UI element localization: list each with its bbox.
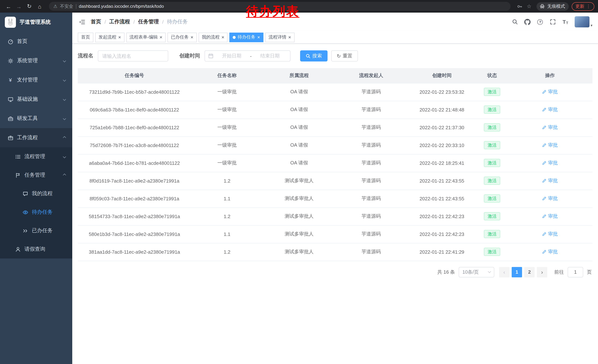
browser-forward-button[interactable]: →	[14, 1, 24, 11]
search-button[interactable]: 搜索	[300, 50, 328, 61]
sidebar-item-label: 已办任务	[32, 227, 53, 234]
sidebar-item-system[interactable]: 系统管理	[0, 51, 72, 70]
table-row[interactable]: 73211d9d-7b9b-11ec-b5b7-acde48001122 一级审…	[78, 83, 592, 101]
approve-link[interactable]: 审批	[542, 213, 558, 219]
cell-status: 激活	[477, 101, 507, 119]
date-range-picker[interactable]: 开始日期 - 结束日期	[205, 50, 291, 61]
reset-button-label: 重置	[343, 53, 352, 59]
table-row[interactable]: 8f0d1619-7ac8-11ec-a9e2-a2380e71991a 1.2…	[78, 172, 592, 190]
key-icon[interactable]	[515, 2, 524, 11]
tab-start-process[interactable]: 发起流程 ×	[95, 32, 124, 42]
browser-reload-button[interactable]: ↻	[25, 1, 34, 11]
edit-icon	[542, 107, 547, 112]
page-size-select[interactable]: 10条/页	[459, 267, 494, 277]
tab-todo-task[interactable]: 待办任务 ×	[230, 32, 263, 42]
tab-my-process[interactable]: 我的流程 ×	[199, 32, 228, 42]
sidebar-item-workflow[interactable]: 工作流程	[0, 128, 72, 147]
table-row[interactable]: 580e1b3d-7ac8-11ec-a9e2-a2380e71991a 1.1…	[78, 225, 592, 243]
sidebar-item-done-task[interactable]: 已办任务	[0, 221, 72, 240]
fullscreen-icon[interactable]	[547, 16, 558, 27]
reset-button[interactable]: ↻ 重置	[331, 50, 358, 61]
table-row[interactable]: 725a1eb6-7b88-11ec-8ef0-acde48001122 一级审…	[78, 119, 592, 136]
font-size-icon[interactable]: T T	[560, 16, 571, 27]
update-button[interactable]: 更新 ⋮	[572, 2, 594, 11]
logo-image	[5, 17, 16, 28]
tab-home[interactable]: 首页	[78, 32, 93, 42]
browser-home-button[interactable]: ⌂	[35, 1, 44, 11]
page-button-1[interactable]: 1	[512, 267, 522, 277]
approve-label: 审批	[548, 177, 558, 184]
cell-status: 激活	[477, 172, 507, 190]
cell-action: 审批	[507, 154, 592, 172]
double-chevron-icon	[22, 228, 28, 234]
process-name-input[interactable]	[98, 50, 168, 61]
sidebar-collapse-icon[interactable]	[75, 15, 89, 29]
table-row[interactable]: 58154733-7ac8-11ec-a9e2-a2380e71991a 1.2…	[78, 207, 592, 225]
page-button-2[interactable]: 2	[524, 267, 535, 277]
breadcrumb-separator: /	[105, 19, 106, 25]
bookmark-star-icon[interactable]: ☆	[525, 2, 533, 11]
close-icon[interactable]: ×	[159, 35, 162, 40]
goto-page-input[interactable]	[568, 267, 583, 277]
search-icon[interactable]	[509, 16, 521, 27]
cell-task-name: 一级审批	[191, 119, 263, 136]
cell-process: OA 请假	[263, 119, 335, 136]
github-icon[interactable]	[522, 16, 533, 27]
close-icon[interactable]: ×	[288, 35, 291, 40]
screen: ← → ↻ ⌂ ⚠ 不安全 dashboard.yudao.iocoder.cn…	[0, 0, 598, 364]
edit-icon	[542, 125, 547, 129]
close-icon[interactable]: ×	[118, 35, 121, 40]
tab-done-task[interactable]: 已办任务 ×	[167, 32, 197, 42]
approve-link[interactable]: 审批	[542, 177, 558, 184]
approve-link[interactable]: 审批	[542, 89, 558, 95]
approve-label: 审批	[548, 213, 558, 219]
total-count: 共 16 条	[437, 269, 455, 275]
sidebar-item-infrastructure[interactable]: 基础设施	[0, 90, 72, 109]
next-page-button[interactable]: ›	[537, 267, 547, 277]
approve-link[interactable]: 审批	[542, 160, 558, 166]
security-label[interactable]: 不安全	[60, 3, 73, 9]
sidebar-item-payment[interactable]: ¥ 支付管理	[0, 70, 72, 90]
approve-link[interactable]: 审批	[542, 106, 558, 113]
browser-back-button[interactable]: ←	[4, 1, 13, 11]
tab-label: 流程表单-编辑	[130, 34, 158, 40]
approve-label: 审批	[548, 249, 558, 255]
sidebar-item-devtools[interactable]: 研发工具	[0, 109, 72, 128]
close-icon[interactable]: ×	[257, 35, 260, 40]
sidebar-item-process-mgmt[interactable]: 流程管理	[0, 147, 72, 166]
sidebar-item-home[interactable]: 首页	[0, 32, 72, 51]
sidebar-item-leave-query[interactable]: 请假查询	[0, 240, 72, 259]
sidebar-item-task-mgmt[interactable]: 任务管理	[0, 166, 72, 184]
table-row[interactable]: a6aba0a4-7b6d-11ec-b781-acde48001122 一级审…	[78, 154, 592, 172]
cell-initiator: 芋道源码	[335, 225, 407, 243]
approve-link[interactable]: 审批	[542, 124, 558, 131]
close-icon[interactable]: ×	[222, 35, 224, 40]
approve-link[interactable]: 审批	[542, 249, 558, 255]
breadcrumb-item[interactable]: 工作流程	[109, 18, 130, 25]
cell-process: 测试多审批人	[263, 172, 335, 190]
breadcrumb-item[interactable]: 首页	[91, 18, 101, 25]
tab-process-detail[interactable]: 流程详情 ×	[265, 32, 294, 42]
table-row[interactable]: 381aa1dd-7ac8-11ec-a9e2-a2380e71991a 1.2…	[78, 243, 592, 261]
menu-dots-icon[interactable]: ⋮	[586, 4, 590, 9]
approve-link[interactable]: 审批	[542, 195, 558, 202]
breadcrumb-item[interactable]: 任务管理	[138, 18, 159, 25]
sidebar-item-todo-task[interactable]: 待办任务	[0, 203, 72, 221]
table-row[interactable]: 069c6a63-7b8a-11ec-8ef0-acde48001122 一级审…	[78, 101, 592, 119]
table-row[interactable]: 8f059c03-7ac8-11ec-a9e2-a2380e71991a 1.1…	[78, 190, 592, 207]
pager-buttons: ‹ 1 2 ›	[498, 267, 548, 277]
sidebar-item-my-process[interactable]: 我的流程	[0, 184, 72, 203]
edit-icon	[542, 214, 547, 218]
help-icon[interactable]: ?	[535, 16, 546, 27]
cell-action: 审批	[507, 101, 592, 119]
prev-page-button[interactable]: ‹	[499, 267, 509, 277]
cell-action: 审批	[507, 225, 592, 243]
approve-link[interactable]: 审批	[542, 231, 558, 237]
refresh-icon: ↻	[337, 53, 341, 59]
close-icon[interactable]: ×	[191, 35, 193, 40]
table-row[interactable]: 75d72608-7b7f-11ec-a3c8-acde48001122 一级审…	[78, 136, 592, 154]
tab-process-form-edit[interactable]: 流程表单-编辑 ×	[126, 32, 166, 42]
approve-link[interactable]: 审批	[542, 142, 558, 148]
user-avatar[interactable]: ▾	[575, 16, 592, 27]
tab-label: 发起流程	[99, 34, 116, 40]
